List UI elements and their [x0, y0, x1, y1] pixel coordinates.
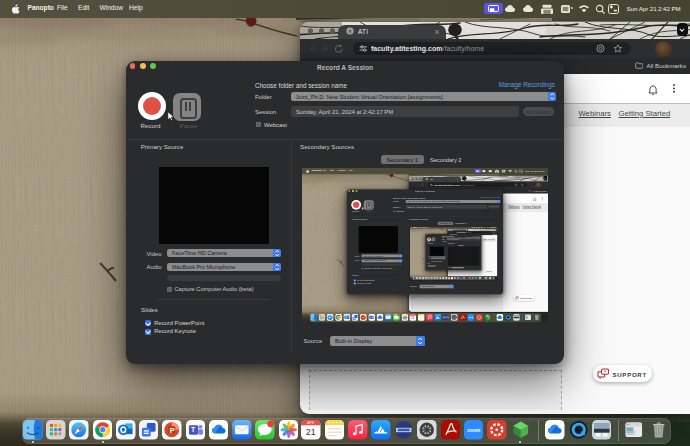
svg-text:21: 21 — [306, 428, 316, 438]
svg-text:APR: APR — [412, 314, 415, 315]
svg-text:APR: APR — [308, 421, 315, 425]
svg-text:zoom: zoom — [469, 316, 474, 318]
svg-text:zoom: zoom — [467, 427, 481, 433]
svg-text:P: P — [170, 426, 175, 435]
svg-text:21: 21 — [411, 316, 415, 320]
